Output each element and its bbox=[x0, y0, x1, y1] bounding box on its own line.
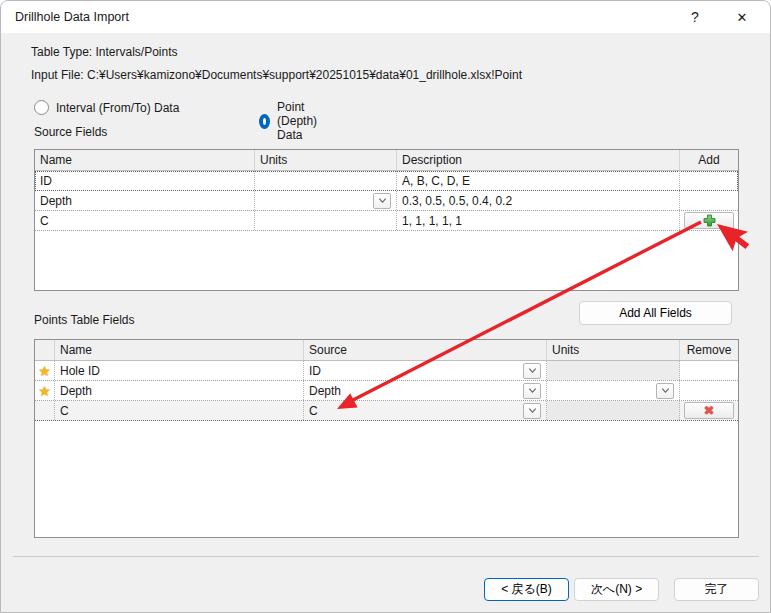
column-header-name: Name bbox=[35, 150, 255, 170]
units-cell[interactable] bbox=[255, 191, 397, 210]
name-cell[interactable]: ID bbox=[35, 171, 255, 190]
column-header-source: Source bbox=[304, 340, 547, 360]
points-table-fields-label: Points Table Fields bbox=[34, 313, 135, 327]
source-dropdown-button[interactable] bbox=[523, 383, 541, 399]
table-row[interactable]: C C ✖ bbox=[35, 401, 738, 421]
units-dropdown-button[interactable] bbox=[373, 193, 391, 209]
source-fields-header: Name Units Description Add bbox=[35, 150, 738, 171]
table-row[interactable]: ID A, B, C, D, E bbox=[35, 171, 738, 191]
input-file-label: Input File: C:¥Users¥kamizono¥Documents¥… bbox=[31, 68, 522, 82]
radio-interval-label: Interval (From/To) Data bbox=[56, 101, 179, 115]
source-cell[interactable]: Depth bbox=[304, 381, 547, 400]
star-icon: ★ bbox=[38, 384, 51, 398]
units-dropdown-button[interactable] bbox=[656, 383, 674, 399]
source-fields-label: Source Fields bbox=[34, 125, 107, 139]
column-header-description: Description bbox=[397, 150, 680, 170]
units-cell[interactable] bbox=[255, 171, 397, 190]
units-cell[interactable] bbox=[255, 211, 397, 230]
source-dropdown-button[interactable] bbox=[523, 403, 541, 419]
footer-divider bbox=[13, 556, 759, 557]
table-type-radio-group: Interval (From/To) Data Point (Depth) Da… bbox=[34, 100, 179, 115]
column-header-units: Units bbox=[547, 340, 680, 360]
source-cell[interactable]: C bbox=[304, 401, 547, 420]
remove-x-icon: ✖ bbox=[704, 404, 715, 417]
window-title: Drillhole Data Import bbox=[15, 10, 129, 24]
add-cell bbox=[680, 171, 738, 190]
add-all-fields-label: Add All Fields bbox=[619, 306, 692, 320]
required-cell: ★ bbox=[35, 361, 55, 380]
remove-cell bbox=[680, 381, 738, 400]
source-value: ID bbox=[309, 364, 321, 378]
source-value: C bbox=[309, 404, 318, 418]
name-cell[interactable]: C bbox=[55, 401, 304, 420]
remove-field-button[interactable]: ✖ bbox=[684, 402, 734, 419]
column-header-marker bbox=[35, 340, 55, 360]
chevron-down-icon bbox=[378, 196, 387, 205]
finish-button[interactable]: 完了 bbox=[674, 578, 759, 601]
radio-interval-data[interactable]: Interval (From/To) Data bbox=[34, 100, 179, 115]
required-cell bbox=[35, 401, 55, 420]
radio-selected-icon bbox=[259, 114, 270, 129]
column-header-name: Name bbox=[55, 340, 304, 360]
next-button[interactable]: 次へ(N) > bbox=[574, 578, 659, 601]
help-button[interactable]: ? bbox=[675, 1, 715, 33]
add-cell bbox=[680, 191, 738, 210]
source-value: Depth bbox=[309, 384, 341, 398]
drillhole-data-import-dialog: Drillhole Data Import ? ✕ Table Type: In… bbox=[0, 0, 771, 613]
table-row[interactable]: C 1, 1, 1, 1, 1 bbox=[35, 211, 738, 231]
table-type-label: Table Type: Intervals/Points bbox=[31, 45, 178, 59]
chevron-down-icon bbox=[528, 386, 537, 395]
column-header-units: Units bbox=[255, 150, 397, 170]
title-bar[interactable]: Drillhole Data Import ? ✕ bbox=[1, 1, 770, 33]
chevron-down-icon bbox=[528, 366, 537, 375]
back-button[interactable]: < 戻る(B) bbox=[484, 578, 569, 601]
source-cell[interactable]: ID bbox=[304, 361, 547, 380]
next-button-label: 次へ(N) > bbox=[591, 581, 642, 598]
points-table: Name Source Units Remove ★ Hole ID ID ★ … bbox=[34, 339, 739, 538]
name-cell[interactable]: C bbox=[35, 211, 255, 230]
help-icon: ? bbox=[691, 9, 699, 25]
back-button-label: < 戻る(B) bbox=[501, 581, 552, 598]
remove-cell bbox=[680, 361, 738, 380]
add-field-button[interactable] bbox=[684, 212, 734, 229]
description-cell: 1, 1, 1, 1, 1 bbox=[397, 211, 680, 230]
radio-point-label: Point (Depth) Data bbox=[277, 100, 321, 142]
table-row[interactable]: ★ Hole ID ID bbox=[35, 361, 738, 381]
column-header-add: Add bbox=[680, 150, 738, 170]
chevron-down-icon bbox=[528, 406, 537, 415]
name-cell[interactable]: Depth bbox=[35, 191, 255, 210]
units-cell bbox=[547, 401, 680, 420]
remove-cell: ✖ bbox=[680, 401, 738, 420]
table-row[interactable]: ★ Depth Depth bbox=[35, 381, 738, 401]
finish-button-label: 完了 bbox=[705, 581, 729, 598]
star-icon: ★ bbox=[38, 364, 51, 378]
description-cell: 0.3, 0.5, 0.5, 0.4, 0.2 bbox=[397, 191, 680, 210]
column-header-remove: Remove bbox=[680, 340, 738, 360]
source-dropdown-button[interactable] bbox=[523, 363, 541, 379]
required-cell: ★ bbox=[35, 381, 55, 400]
close-icon: ✕ bbox=[737, 10, 748, 25]
chevron-down-icon bbox=[661, 386, 670, 395]
radio-unselected-icon bbox=[34, 100, 49, 115]
source-fields-table: Name Units Description Add ID A, B, C, D… bbox=[34, 149, 739, 291]
name-cell[interactable]: Hole ID bbox=[55, 361, 304, 380]
close-button[interactable]: ✕ bbox=[722, 1, 762, 33]
add-all-fields-button[interactable]: Add All Fields bbox=[579, 301, 732, 325]
description-cell: A, B, C, D, E bbox=[397, 171, 680, 190]
points-table-header: Name Source Units Remove bbox=[35, 340, 738, 361]
name-cell[interactable]: Depth bbox=[55, 381, 304, 400]
add-cell bbox=[680, 211, 738, 230]
units-cell bbox=[547, 361, 680, 380]
radio-point-data[interactable]: Point (Depth) Data bbox=[259, 100, 321, 142]
table-row[interactable]: Depth 0.3, 0.5, 0.5, 0.4, 0.2 bbox=[35, 191, 738, 211]
plus-icon bbox=[703, 214, 716, 227]
units-cell[interactable] bbox=[547, 381, 680, 400]
